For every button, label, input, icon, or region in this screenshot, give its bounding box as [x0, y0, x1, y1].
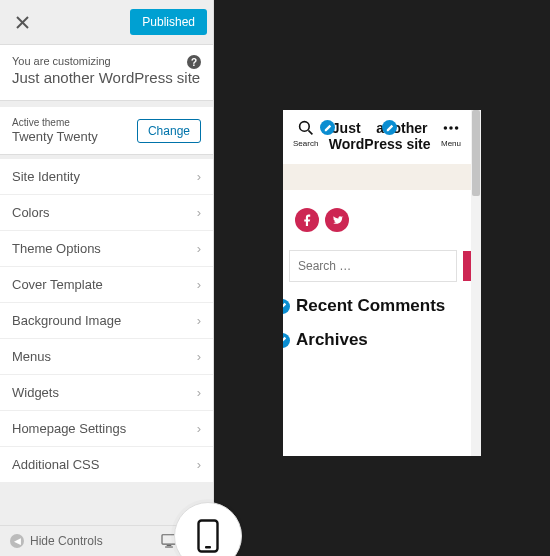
chevron-right-icon: › [197, 385, 201, 400]
section-background-image[interactable]: Background Image› [0, 303, 213, 339]
widget-title: Archives [296, 330, 368, 350]
sidebar-info: ? You are customizing Just another WordP… [0, 45, 213, 101]
close-icon [16, 16, 29, 29]
chevron-right-icon: › [197, 457, 201, 472]
section-label: Colors [12, 205, 50, 220]
search-caption: Search [293, 139, 318, 148]
svg-line-7 [308, 130, 312, 134]
svg-point-6 [299, 122, 309, 132]
sidebar-top-bar: Published [0, 0, 213, 45]
title-line-2: WordPress site [329, 136, 431, 152]
edit-shortcut-icon[interactable] [283, 299, 290, 314]
recent-comments-widget: Recent Comments [283, 282, 471, 316]
customizer-sidebar: Published ? You are customizing Just ano… [0, 0, 214, 556]
preview-content: Search Just another WordPress site Menu [283, 110, 471, 456]
twitter-icon[interactable] [325, 208, 349, 232]
section-label: Widgets [12, 385, 59, 400]
section-label: Menus [12, 349, 51, 364]
mobile-preview-frame: Search Just another WordPress site Menu [283, 110, 481, 456]
chevron-right-icon: › [197, 421, 201, 436]
svg-point-8 [444, 126, 448, 130]
section-site-identity[interactable]: Site Identity› [0, 159, 213, 195]
section-cover-template[interactable]: Cover Template› [0, 267, 213, 303]
hide-controls-button[interactable]: ◀ Hide Controls [10, 534, 103, 548]
site-title: Just another WordPress site [12, 69, 201, 86]
search-icon [298, 120, 314, 136]
chevron-right-icon: › [197, 277, 201, 292]
social-links [283, 190, 471, 250]
chevron-right-icon: › [197, 349, 201, 364]
section-label: Additional CSS [12, 457, 99, 472]
mobile-menu-button[interactable]: Menu [441, 120, 461, 148]
search-submit-button[interactable]: SEARCH [463, 251, 471, 281]
chevron-right-icon: › [197, 241, 201, 256]
search-widget: SEARCH [283, 250, 471, 282]
publish-button[interactable]: Published [130, 9, 207, 35]
chevron-right-icon: › [197, 205, 201, 220]
scrollbar-thumb[interactable] [472, 110, 480, 196]
svg-rect-4 [165, 546, 173, 547]
search-input[interactable] [289, 250, 457, 282]
theme-name: Twenty Twenty [12, 129, 98, 144]
change-theme-button[interactable]: Change [137, 119, 201, 143]
chevron-right-icon: › [197, 169, 201, 184]
active-theme-label: Active theme [12, 117, 98, 128]
chevron-right-icon: › [197, 313, 201, 328]
archives-widget: Archives [283, 316, 471, 350]
menu-caption: Menu [441, 139, 461, 148]
section-theme-options[interactable]: Theme Options› [0, 231, 213, 267]
section-menus[interactable]: Menus› [0, 339, 213, 375]
section-additional-css[interactable]: Additional CSS› [0, 447, 213, 483]
help-icon[interactable]: ? [187, 55, 201, 69]
site-header: Search Just another WordPress site Menu [283, 110, 471, 160]
active-theme-row: Active theme Twenty Twenty Change [0, 107, 213, 155]
close-button[interactable] [6, 6, 38, 38]
section-label: Theme Options [12, 241, 101, 256]
collapse-icon: ◀ [10, 534, 24, 548]
hide-controls-label: Hide Controls [30, 534, 103, 548]
svg-point-9 [449, 126, 453, 130]
section-label: Cover Template [12, 277, 103, 292]
customizing-label: You are customizing [12, 55, 201, 67]
settings-list: Site Identity› Colors› Theme Options› Co… [0, 159, 213, 483]
mobile-device-icon [197, 519, 219, 553]
edit-shortcut-icon[interactable] [283, 333, 290, 348]
section-homepage-settings[interactable]: Homepage Settings› [0, 411, 213, 447]
svg-rect-3 [167, 545, 172, 546]
svg-point-10 [455, 126, 459, 130]
mobile-search-button[interactable]: Search [293, 120, 318, 148]
section-label: Homepage Settings [12, 421, 126, 436]
content-band [283, 164, 471, 190]
site-title-preview[interactable]: Just another WordPress site [318, 120, 441, 152]
section-colors[interactable]: Colors› [0, 195, 213, 231]
facebook-icon[interactable] [295, 208, 319, 232]
menu-dots-icon [443, 120, 459, 136]
section-widgets[interactable]: Widgets› [0, 375, 213, 411]
section-label: Background Image [12, 313, 121, 328]
preview-area: Search Just another WordPress site Menu [214, 0, 550, 556]
preview-scrollbar[interactable] [471, 110, 481, 456]
svg-rect-12 [205, 546, 211, 549]
title-line-1: Just another [332, 120, 428, 136]
widget-title: Recent Comments [296, 296, 445, 316]
section-label: Site Identity [12, 169, 80, 184]
